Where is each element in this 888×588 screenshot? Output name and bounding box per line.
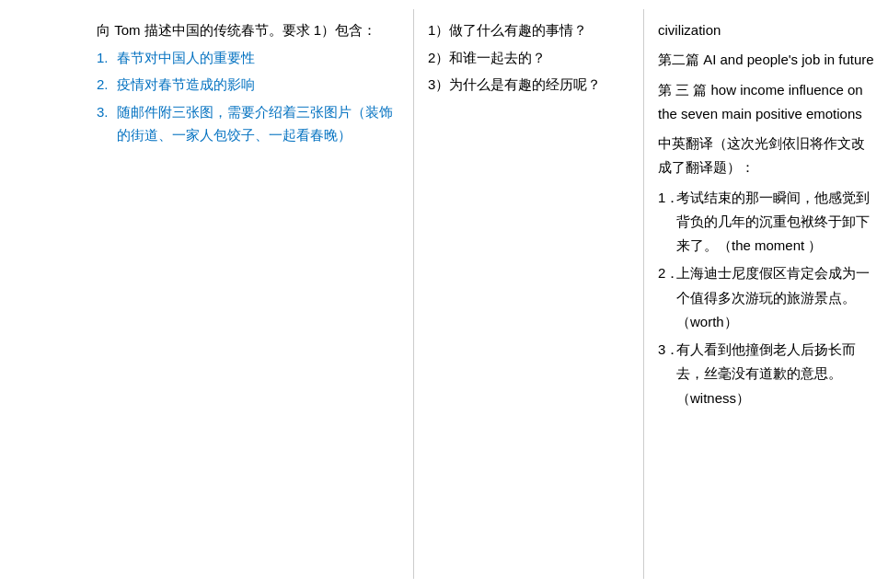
left-item-2: 2. 疫情对春节造成的影响 xyxy=(97,73,399,97)
right-sec1-text: civilization xyxy=(658,18,874,42)
right-sec2-text: 第二篇 AI and people's job in future xyxy=(658,48,874,72)
left-num-1: 1. xyxy=(97,46,117,70)
right-sec5: 1． 考试结束的那一瞬间，他感觉到背负的几年的沉重包袱终于卸下来了。（the m… xyxy=(658,186,874,259)
right-sec3-text: 第 三 篇 how income influence on the seven … xyxy=(658,78,874,127)
left-text-block: 向 Tom 描述中国的传统春节。要求 1）包含： 1. 春节对中国人的重要性 2… xyxy=(97,18,399,147)
right-sec6-num: 2． xyxy=(658,261,676,334)
right-sec6: 2． 上海迪士尼度假区肯定会成为一个值得多次游玩的旅游景点。（worth） xyxy=(658,261,874,334)
middle-text-block: 1） 做了什么有趣的事情？ 2） 和谁一起去的？ 3） 为什么是有趣的经历呢？ xyxy=(428,18,629,97)
middle-num-3: 3） xyxy=(428,73,449,97)
right-sec7: 3． 有人看到他撞倒老人后扬长而去，丝毫没有道歉的意思。（witness） xyxy=(658,338,874,410)
middle-item-2-text: 和谁一起去的？ xyxy=(449,46,546,70)
right-column: civilization 第二篇 AI and people's job in … xyxy=(644,9,888,579)
middle-item-1-text: 做了什么有趣的事情？ xyxy=(449,18,587,42)
right-sec5-text: 考试结束的那一瞬间，他感觉到背负的几年的沉重包袱终于卸下来了。（the mome… xyxy=(676,186,874,259)
middle-num-1: 1） xyxy=(428,18,449,42)
right-sec3: 第 三 篇 how income influence on the seven … xyxy=(658,78,874,127)
right-sec4: 中英翻译（这次光剑依旧将作文改成了翻译题）： xyxy=(658,132,874,180)
left-column: 向 Tom 描述中国的传统春节。要求 1）包含： 1. 春节对中国人的重要性 2… xyxy=(0,9,414,579)
right-sec6-text: 上海迪士尼度假区肯定会成为一个值得多次游玩的旅游景点。（worth） xyxy=(676,261,874,334)
middle-item-1: 1） 做了什么有趣的事情？ xyxy=(428,18,629,42)
right-sec2: 第二篇 AI and people's job in future xyxy=(658,48,874,72)
left-item-2-text: 疫情对春节造成的影响 xyxy=(117,73,255,97)
right-sec1: civilization xyxy=(658,18,874,42)
middle-item-3-text: 为什么是有趣的经历呢？ xyxy=(449,73,601,97)
right-sec7-num: 3． xyxy=(658,338,676,410)
page-container: 向 Tom 描述中国的传统春节。要求 1）包含： 1. 春节对中国人的重要性 2… xyxy=(0,0,888,588)
left-item-3: 3. 随邮件附三张图，需要介绍着三张图片（装饰的街道、一家人包饺子、一起看春晚） xyxy=(97,100,399,147)
left-intro: 向 Tom 描述中国的传统春节。要求 1）包含： xyxy=(97,18,399,42)
left-item-3-text: 随邮件附三张图，需要介绍着三张图片（装饰的街道、一家人包饺子、一起看春晚） xyxy=(117,100,399,147)
right-sec5-num: 1． xyxy=(658,186,676,259)
right-sec7-text: 有人看到他撞倒老人后扬长而去，丝毫没有道歉的意思。（witness） xyxy=(676,338,874,410)
left-item-1: 1. 春节对中国人的重要性 xyxy=(97,46,399,70)
middle-num-2: 2） xyxy=(428,46,449,70)
middle-column: 1） 做了什么有趣的事情？ 2） 和谁一起去的？ 3） 为什么是有趣的经历呢？ xyxy=(414,9,644,579)
left-num-3: 3. xyxy=(97,100,117,147)
left-num-2: 2. xyxy=(97,73,117,97)
middle-item-3: 3） 为什么是有趣的经历呢？ xyxy=(428,73,629,97)
middle-item-2: 2） 和谁一起去的？ xyxy=(428,46,629,70)
left-item-1-text: 春节对中国人的重要性 xyxy=(117,46,255,70)
right-sec4-label: 中英翻译（这次光剑依旧将作文改成了翻译题）： xyxy=(658,132,874,180)
